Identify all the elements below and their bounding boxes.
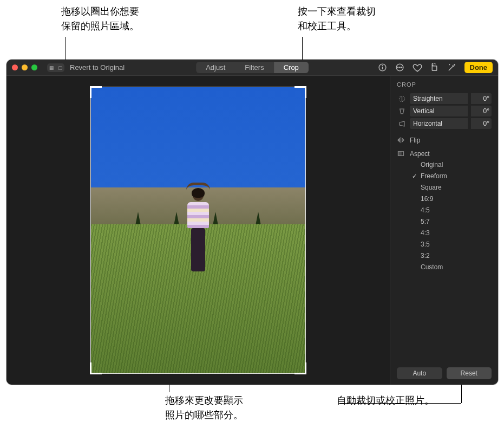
svg-rect-7 — [432, 66, 437, 71]
aspect-option-custom[interactable]: Custom — [412, 263, 492, 271]
single-view-icon[interactable]: ▢ — [56, 63, 64, 72]
vertical-row[interactable]: Vertical 0° — [397, 106, 492, 116]
info-icon[interactable] — [378, 63, 388, 73]
aspect-option-5-7[interactable]: 5:7 — [412, 218, 492, 225]
aspect-option-16-9[interactable]: 16:9 — [412, 195, 492, 203]
aspect-option-freeform[interactable]: ✓Freeform — [412, 172, 492, 180]
titlebar: ▦ ▢ Revert to Original Adjust Filters Cr… — [6, 60, 498, 76]
photo-preview[interactable] — [91, 87, 305, 373]
crop-handle-top-right[interactable] — [294, 86, 306, 98]
photo-person — [185, 190, 211, 277]
grid-view-icon[interactable]: ▦ — [47, 63, 56, 72]
straighten-label: Straighten — [410, 93, 468, 104]
svg-point-4 — [397, 67, 398, 68]
aspect-option-label: 5:7 — [421, 218, 430, 225]
auto-enhance-icon[interactable] — [447, 63, 457, 73]
svg-rect-11 — [398, 152, 402, 156]
rotate-icon[interactable] — [430, 63, 440, 73]
flip-icon — [397, 136, 405, 144]
callout-auto-crop: 自動裁切或校正照片。 — [337, 393, 434, 408]
aspect-option-4-3[interactable]: 4:3 — [412, 229, 492, 237]
aspect-label: Aspect — [410, 150, 430, 158]
aspect-list: Original✓FreeformSquare16:94:55:74:33:53… — [412, 161, 492, 271]
window-body: CROP Straighten 0° Vertical 0° Horizo — [6, 76, 498, 385]
crop-frame[interactable] — [90, 87, 306, 374]
revert-button[interactable]: Revert to Original — [70, 63, 125, 72]
view-toggle[interactable]: ▦ ▢ — [47, 63, 64, 72]
crop-sidebar: CROP Straighten 0° Vertical 0° Horizo — [390, 76, 498, 385]
callout-line — [339, 403, 461, 404]
sidebar-footer: Auto Reset — [397, 367, 492, 379]
vertical-value[interactable]: 0° — [471, 106, 492, 116]
tab-crop[interactable]: Crop — [274, 62, 309, 73]
aspect-option-square[interactable]: Square — [412, 184, 492, 191]
aspect-option-label: Freeform — [421, 172, 447, 180]
callout-drag-select: 拖移以圈出你想要 保留的照片區域。 — [61, 4, 139, 34]
vertical-perspective-icon — [397, 107, 407, 115]
aspect-option-label: 4:3 — [421, 229, 430, 237]
aspect-row[interactable]: Aspect — [397, 150, 492, 158]
more-icon[interactable] — [395, 63, 405, 73]
aspect-option-label: 3:5 — [421, 241, 430, 248]
flip-label: Flip — [410, 137, 420, 144]
horizontal-label: Horizontal — [410, 118, 468, 129]
aspect-option-4-5[interactable]: 4:5 — [412, 206, 492, 214]
svg-point-6 — [401, 67, 402, 68]
checkmark-icon: ✓ — [412, 173, 417, 180]
favorite-icon[interactable] — [413, 63, 422, 73]
tab-adjust[interactable]: Adjust — [196, 62, 235, 73]
aspect-option-3-2[interactable]: 3:2 — [412, 252, 492, 260]
crop-handle-top-left[interactable] — [90, 86, 102, 98]
callout-drag-change: 拖移來更改要顯示 照片的哪些部分。 — [165, 393, 243, 423]
straighten-row[interactable]: Straighten 0° — [397, 93, 492, 104]
aspect-option-original[interactable]: Original — [412, 161, 492, 168]
zoom-window-button[interactable] — [31, 64, 37, 70]
vertical-label: Vertical — [410, 106, 468, 116]
aspect-option-3-5[interactable]: 3:5 — [412, 241, 492, 248]
callout-click-crop: 按一下來查看裁切 和校正工具。 — [298, 4, 376, 34]
aspect-option-label: 4:5 — [421, 206, 430, 214]
crop-handle-bottom-right[interactable] — [294, 362, 306, 374]
horizontal-row[interactable]: Horizontal 0° — [397, 118, 492, 129]
aspect-option-label: Original — [421, 161, 443, 168]
window-controls — [12, 64, 37, 70]
right-toolbar: Done — [378, 62, 493, 73]
crop-handle-bottom-left[interactable] — [90, 362, 102, 374]
auto-button[interactable]: Auto — [397, 367, 442, 379]
straighten-value[interactable]: 0° — [471, 93, 492, 104]
minimize-window-button[interactable] — [22, 64, 28, 70]
edit-mode-tabs: Adjust Filters Crop — [196, 62, 309, 73]
horizontal-perspective-icon — [397, 120, 407, 128]
canvas-area — [6, 76, 390, 385]
svg-point-2 — [382, 66, 383, 66]
reset-button[interactable]: Reset — [447, 367, 492, 379]
close-window-button[interactable] — [12, 64, 18, 70]
aspect-option-label: Square — [421, 184, 442, 191]
aspect-option-label: 3:2 — [421, 252, 430, 260]
straighten-icon — [397, 95, 407, 103]
aspect-option-label: Custom — [421, 263, 443, 271]
sidebar-title: CROP — [397, 81, 492, 88]
tab-filters[interactable]: Filters — [235, 62, 273, 73]
flip-row[interactable]: Flip — [397, 136, 492, 144]
aspect-option-label: 16:9 — [421, 195, 433, 203]
aspect-icon — [397, 150, 405, 158]
done-button[interactable]: Done — [464, 62, 493, 73]
photos-edit-window: ▦ ▢ Revert to Original Adjust Filters Cr… — [6, 60, 498, 385]
svg-point-5 — [400, 67, 400, 68]
horizontal-value[interactable]: 0° — [471, 118, 492, 129]
